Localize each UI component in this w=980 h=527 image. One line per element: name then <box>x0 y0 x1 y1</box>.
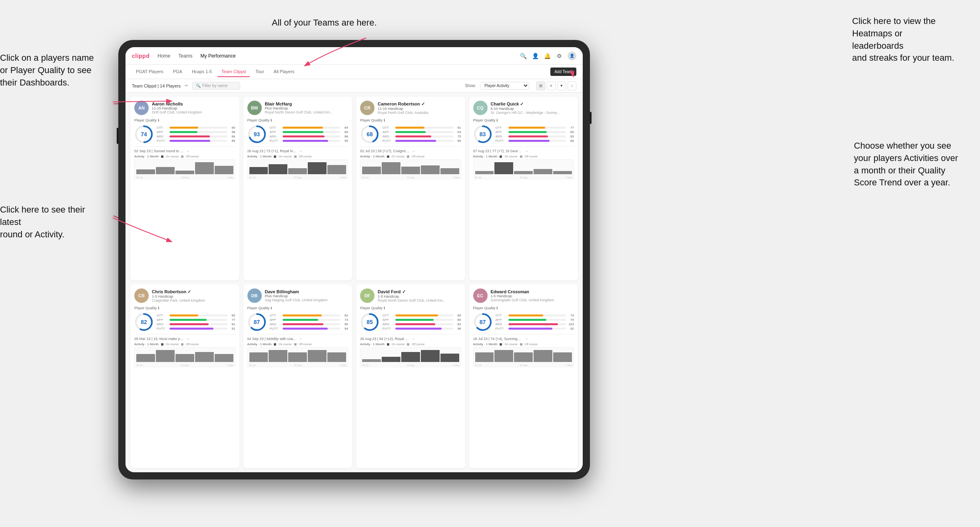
player-card[interactable]: BM Blair McHarg Plus Handicap Royal Nort… <box>243 97 353 280</box>
latest-round-text: 02 Sep 23 | Sunset round to get back int… <box>134 149 184 153</box>
latest-round[interactable]: 18 Jul 23 | 74 (+4), Sunningdale GC - Ol… <box>473 334 574 341</box>
view-icons: ⊞ ≡ ▼ ↕ <box>536 82 576 90</box>
chart-bars <box>136 349 233 362</box>
show-select[interactable]: Player Activity Quality Score Trend <box>480 82 529 89</box>
stat-label: ARG <box>382 322 394 326</box>
quality-row[interactable]: 68 OTT 61 APP <box>360 125 461 144</box>
latest-round[interactable]: 26 Aug 23 | 73 (+1), Royal North Devon G… <box>247 146 349 153</box>
stat-label: PUTT <box>270 139 281 143</box>
tab-tour[interactable]: Tour <box>251 67 268 77</box>
player-club: St. George's Hill GC - Weybridge - Surre… <box>491 111 574 115</box>
player-name[interactable]: Charlie Quick ✓ <box>491 101 574 107</box>
stat-bar-bg <box>508 323 566 325</box>
stat-label: OTT <box>270 126 281 129</box>
search-icon[interactable]: 🔍 <box>520 52 527 60</box>
stat-label: ARG <box>270 322 281 326</box>
latest-round[interactable]: 05 Mar 23 | 19, Must make putting → <box>134 334 235 341</box>
player-card[interactable]: CR Chris Robertson ✓ 1-5 Handicap Craigm… <box>130 284 239 468</box>
chart-label: 4 Sep <box>566 364 572 366</box>
tab-all-players[interactable]: All Players <box>270 67 299 77</box>
tab-team-clippd[interactable]: Team Clippd <box>217 67 250 77</box>
player-name[interactable]: Chris Robertson ✓ <box>152 289 235 294</box>
sort-icon[interactable]: ↕ <box>568 82 576 90</box>
stat-bar <box>395 131 426 133</box>
latest-round[interactable]: 26 Aug 23 | 84 (+12), Royal North Devon … <box>360 334 461 341</box>
player-name[interactable]: Aaron Nicholls <box>152 101 235 106</box>
edit-icon[interactable]: ✏ <box>185 83 188 88</box>
filter-icon[interactable]: ▼ <box>557 82 566 90</box>
quality-row[interactable]: 83 OTT 77 APP <box>473 125 574 144</box>
activity-section: Activity · 1 Month On course Off course <box>134 155 235 179</box>
stat-bar <box>395 135 431 137</box>
activity-section: Activity · 1 Month On course Off course <box>473 342 574 367</box>
player-card[interactable]: EC Edward Crossman 1-5 Handicap Sunningd… <box>469 284 578 468</box>
latest-round[interactable]: 07 Aug 23 | 77 (+7), St George's Hill GC… <box>473 146 574 153</box>
latest-round[interactable]: 04 Sep 23 | Mobility with coach, Gym → <box>247 334 349 341</box>
off-course-legend <box>181 155 183 158</box>
player-card[interactable]: CR Cameron Robertson ✓ 11-15 Handicap Ro… <box>356 97 465 280</box>
quality-circle[interactable]: 85 <box>360 312 379 332</box>
stat-bar-bg <box>169 323 227 325</box>
stat-row: PUTT 96 <box>382 327 461 330</box>
stat-row: ARG 75 <box>382 135 461 138</box>
quality-row[interactable]: 87 OTT 82 APP <box>247 312 349 332</box>
add-team-button[interactable]: Add Team <box>550 68 576 76</box>
nav-item-teams[interactable]: Teams <box>178 53 192 59</box>
quality-circle[interactable]: 83 <box>473 125 492 144</box>
chart-bars <box>475 161 572 174</box>
stat-label: APP <box>157 318 168 322</box>
tab-hcaps[interactable]: Hcaps 1-5 <box>188 67 216 77</box>
quality-row[interactable]: 93 OTT 84 APP <box>247 125 349 144</box>
person-icon[interactable]: 👤 <box>532 52 539 60</box>
activity-title: Activity · 1 Month <box>247 155 272 158</box>
chart-bar <box>553 171 572 174</box>
player-name[interactable]: Dave Billingham <box>265 289 349 294</box>
player-name[interactable]: David Ford ✓ <box>378 289 461 294</box>
player-name[interactable]: Cameron Robertson ✓ <box>378 101 461 107</box>
avatar[interactable]: 👤 <box>568 52 576 60</box>
stat-row: ARG 88 <box>270 135 349 138</box>
quality-circle[interactable]: 68 <box>360 125 379 144</box>
stat-bar <box>395 323 435 325</box>
settings-icon[interactable]: ⚙ <box>556 52 563 60</box>
quality-circle[interactable]: 93 <box>247 125 267 144</box>
player-name[interactable]: Blair McHarg <box>265 101 349 106</box>
player-club: Royal Perth Golf Club, Australia <box>378 111 461 115</box>
bell-icon[interactable]: 🔔 <box>544 52 551 60</box>
player-club: Sunningdale Golf Club, United Kingdom <box>491 298 574 302</box>
player-avatar: DB <box>247 288 262 303</box>
stat-row: APP 63 <box>382 130 461 134</box>
stat-bar <box>508 140 550 142</box>
ipad-screen: clippd Home Teams My Performance 🔍 👤 🔔 ⚙… <box>125 47 583 472</box>
player-name[interactable]: Edward Crossman <box>491 289 574 294</box>
stat-value: 92 <box>568 327 574 330</box>
nav-item-home[interactable]: Home <box>157 53 170 59</box>
quality-circle[interactable]: 82 <box>134 312 153 332</box>
quality-row[interactable]: 74 OTT 60 APP <box>134 125 235 144</box>
player-card[interactable]: AN Aaron Nicholls 11-15 Handicap Drift G… <box>130 97 239 280</box>
tab-pgat[interactable]: PGAT Players <box>132 67 167 77</box>
grid-view-icon[interactable]: ⊞ <box>536 82 545 90</box>
latest-round[interactable]: 02 Jul 23 | 59 (+17), Craigmillar Park G… <box>360 146 461 153</box>
list-view-icon[interactable]: ≡ <box>547 82 556 90</box>
player-card[interactable]: CQ Charlie Quick ✓ 6-10 Handicap St. Geo… <box>469 97 578 280</box>
stat-value: 60 <box>229 314 235 317</box>
quality-circle[interactable]: 87 <box>473 312 492 332</box>
chart-bar <box>136 354 155 362</box>
search-box[interactable]: 🔍 Filter by name <box>192 82 240 89</box>
quality-row[interactable]: 82 OTT 60 APP <box>134 312 235 332</box>
quality-circle[interactable]: 87 <box>247 312 267 332</box>
card-header: CR Cameron Robertson ✓ 11-15 Handicap Ro… <box>360 101 461 115</box>
latest-round[interactable]: 02 Sep 23 | Sunset round to get back int… <box>134 146 235 153</box>
player-card[interactable]: DB Dave Billingham Plus Handicap Sag Mag… <box>243 284 353 468</box>
nav-item-performance[interactable]: My Performance <box>201 53 236 59</box>
player-card[interactable]: DF David Ford ✓ 1-5 Handicap Royal North… <box>356 284 465 468</box>
quality-row[interactable]: 87 OTT 73 APP <box>473 312 574 332</box>
on-course-legend <box>274 343 276 346</box>
quality-row[interactable]: 85 OTT 89 APP <box>360 312 461 332</box>
tab-pga[interactable]: PGA <box>169 67 186 77</box>
stat-bar <box>169 140 210 142</box>
chart-label: 21 Aug <box>520 176 528 179</box>
quality-circle[interactable]: 74 <box>134 125 153 144</box>
stats-list: OTT 89 APP 80 <box>382 314 461 330</box>
